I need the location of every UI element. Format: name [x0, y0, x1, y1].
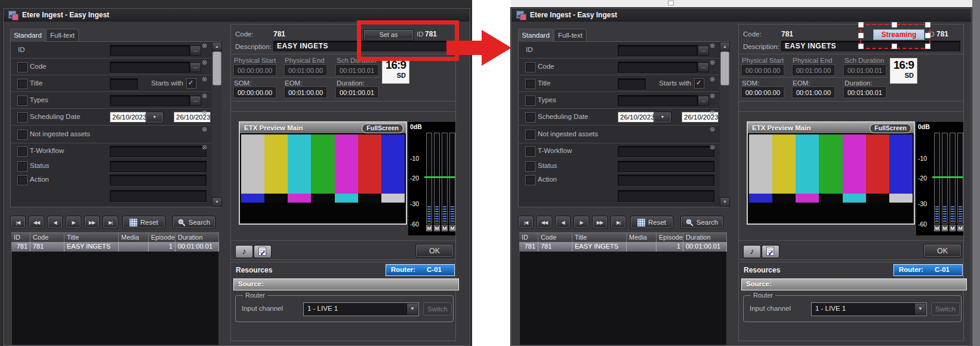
tab-fulltext[interactable]: Full-text — [46, 29, 79, 41]
action-input[interactable] — [110, 174, 207, 186]
eom-input[interactable]: 00:01:00.00 — [285, 87, 326, 97]
nav-forward-button[interactable]: ▶▶ — [592, 216, 608, 229]
mute-button[interactable]: M — [442, 225, 448, 231]
col-header-episode[interactable]: Episode — [149, 232, 175, 242]
nav-last-button[interactable]: ▶| — [611, 216, 626, 229]
action-checkbox[interactable] — [18, 176, 27, 185]
mute-button[interactable]: M — [934, 225, 940, 231]
chevron-down-icon[interactable]: ▼ — [406, 304, 418, 315]
filter-scrollbar[interactable]: ▲ ▼ — [212, 42, 221, 207]
tab-fulltext[interactable]: Full-text — [554, 29, 587, 41]
duration-input[interactable]: 00:01:00.01 — [844, 87, 886, 97]
id-input[interactable] — [618, 45, 698, 56]
title-input[interactable] — [110, 78, 138, 90]
status-input[interactable] — [110, 161, 207, 172]
mute-button[interactable]: M — [950, 225, 956, 231]
tab-standard[interactable]: Standard — [10, 29, 45, 42]
extra-filter-input[interactable] — [618, 190, 714, 202]
fullscreen-button[interactable]: FullScreen — [870, 124, 911, 133]
nav-first-button[interactable]: |◀ — [518, 216, 534, 229]
nav-last-button[interactable]: ▶| — [103, 216, 118, 229]
status-checkbox[interactable] — [18, 162, 27, 171]
window-titlebar[interactable]: Etere Ingest - Easy Ingest — [4, 8, 470, 22]
audio-note-button[interactable]: ♪ — [743, 245, 761, 258]
clear-filter-icon[interactable]: ⊗ — [710, 42, 715, 49]
duration-input[interactable]: 00:01:00.01 — [336, 87, 378, 97]
date-from-input[interactable]: 26/10/2023 — [110, 112, 147, 123]
types-checkbox[interactable] — [526, 96, 535, 105]
mute-button[interactable]: M — [957, 225, 963, 231]
clear-filter-icon[interactable]: ⊗ — [710, 92, 715, 99]
report-check-button[interactable]: ✓ — [762, 245, 779, 258]
status-checkbox[interactable] — [526, 162, 535, 171]
clear-filter-icon[interactable]: ⊗ — [202, 92, 207, 99]
id-input[interactable] — [110, 45, 190, 56]
col-header-media[interactable]: Media — [627, 232, 657, 242]
action-checkbox[interactable] — [526, 176, 535, 185]
code-input[interactable] — [618, 62, 698, 73]
clear-filter-icon[interactable]: ⊗ — [710, 143, 715, 151]
starts-with-checkbox[interactable]: ✓ — [695, 79, 704, 88]
clear-filter-icon[interactable]: ⊗ — [710, 109, 715, 116]
window-titlebar[interactable]: Etere Ingest - Easy Ingest — [511, 8, 971, 22]
types-browse-button[interactable]: ... — [190, 96, 201, 106]
scroll-down-icon[interactable]: ▼ — [212, 197, 222, 207]
col-header-id[interactable]: ID — [519, 232, 538, 242]
col-header-duration[interactable]: Duration — [175, 232, 219, 242]
col-header-code[interactable]: Code — [30, 232, 64, 242]
t-workflow-input[interactable] — [110, 146, 207, 157]
t-workflow-checkbox[interactable] — [526, 147, 535, 156]
clear-filter-icon[interactable]: ⊗ — [202, 109, 207, 116]
t-workflow-checkbox[interactable] — [18, 147, 27, 156]
title-checkbox[interactable] — [526, 79, 535, 88]
tab-standard[interactable]: Standard — [518, 29, 553, 42]
types-input[interactable] — [110, 95, 190, 106]
scheduling-date-checkbox[interactable] — [526, 113, 535, 122]
clear-filter-icon[interactable]: ⊗ — [710, 75, 715, 82]
scrollbar-thumb[interactable] — [212, 51, 221, 85]
col-header-code[interactable]: Code — [538, 232, 572, 242]
date-from-input[interactable]: 26/10/2023 — [618, 112, 655, 123]
types-browse-button[interactable]: ... — [698, 96, 709, 106]
code-browse-button[interactable]: ... — [190, 62, 201, 72]
scheduling-date-checkbox[interactable] — [18, 113, 27, 122]
types-input[interactable] — [618, 95, 698, 106]
fullscreen-button[interactable]: FullScreen — [362, 124, 403, 133]
col-header-duration[interactable]: Duration — [683, 232, 727, 242]
input-channel-select[interactable]: 1 - LIVE 1 ▼ — [811, 302, 927, 316]
date-dropdown-button[interactable]: ▼ — [654, 112, 671, 123]
clear-filter-icon[interactable]: ⊗ — [202, 75, 207, 82]
code-input[interactable] — [110, 62, 190, 73]
code-browse-button[interactable]: ... — [698, 62, 709, 72]
nav-rewind-button[interactable]: ◀◀ — [29, 216, 44, 229]
types-checkbox[interactable] — [18, 96, 27, 105]
som-input[interactable]: 00:00:00.00 — [234, 87, 276, 97]
title-checkbox[interactable] — [18, 79, 27, 88]
ok-button[interactable]: OK — [415, 244, 454, 258]
scroll-up-icon[interactable]: ▲ — [212, 42, 222, 51]
filter-scrollbar[interactable]: ▲ ▼ — [720, 42, 729, 207]
not-ingested-checkbox[interactable] — [18, 130, 27, 139]
search-button[interactable]: Search — [680, 216, 723, 229]
title-input[interactable] — [618, 78, 646, 90]
status-input[interactable] — [618, 161, 714, 172]
extra-filter-input[interactable] — [110, 190, 207, 202]
nav-previous-button[interactable]: ◀ — [47, 216, 63, 229]
mute-button[interactable]: M — [434, 225, 440, 231]
mute-button[interactable]: M — [449, 225, 455, 231]
switch-button[interactable]: Switch — [931, 302, 960, 316]
report-check-button[interactable]: ✓ — [254, 245, 272, 258]
clear-filter-icon[interactable]: ⊗ — [202, 143, 207, 151]
audio-note-button[interactable]: ♪ — [235, 245, 253, 258]
t-workflow-input[interactable] — [618, 146, 714, 157]
switch-button[interactable]: Switch — [423, 302, 452, 316]
clear-filter-icon[interactable]: ⊗ — [710, 59, 715, 66]
clear-filter-icon[interactable]: ⊗ — [202, 59, 207, 66]
chevron-down-icon[interactable]: ▼ — [914, 304, 926, 315]
nav-next-button[interactable]: ▶ — [574, 216, 589, 229]
col-header-title[interactable]: Title — [572, 232, 627, 242]
nav-next-button[interactable]: ▶ — [66, 216, 81, 229]
id-browse-button[interactable]: ... — [698, 45, 709, 56]
clear-filter-icon[interactable]: ⊗ — [202, 125, 207, 133]
scroll-down-icon[interactable]: ▼ — [720, 197, 730, 207]
